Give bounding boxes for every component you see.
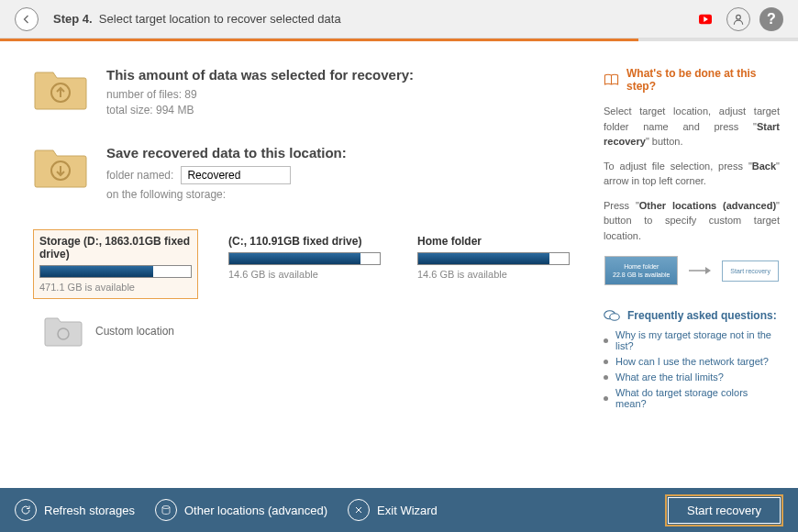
page-title: Step 4. Select target location to recove… [53, 12, 341, 26]
help-button[interactable]: ? [759, 7, 783, 31]
custom-location-label: Custom location [95, 325, 174, 338]
folder-name-input[interactable] [181, 166, 291, 184]
hint-illustration: Home folder22.8 GB is available Start re… [604, 256, 780, 285]
svg-point-1 [737, 15, 741, 19]
arrow-right-icon [689, 266, 711, 275]
side-p2: To adjust file selection, press "Back" a… [604, 159, 780, 189]
faq-link-3[interactable]: What do target storage colors mean? [615, 387, 780, 409]
storage-available: 14.6 GB is available [228, 269, 381, 280]
total-size: total size: 994 MB [106, 104, 414, 116]
side-p3: Press "Other locations (advanced)" butto… [604, 198, 780, 244]
storage-bar [228, 252, 381, 265]
start-recovery-button[interactable]: Start recovery [665, 494, 783, 526]
chat-icon [604, 309, 620, 322]
custom-location-button[interactable]: Custom location [44, 316, 576, 347]
storage-icon [161, 504, 172, 515]
refresh-icon [20, 504, 31, 515]
storage-label: Home folder [417, 235, 570, 248]
folder-grey-icon [44, 316, 83, 347]
svg-point-8 [610, 314, 620, 321]
faq-heading: Frequently asked questions: [604, 309, 780, 322]
arrow-left-icon [21, 14, 32, 25]
files-count: number of files: 89 [106, 88, 414, 101]
close-icon [353, 504, 364, 515]
side-p1: Select target location, adjust target fo… [604, 104, 780, 150]
storage-bar [417, 252, 570, 265]
account-button[interactable] [726, 7, 750, 31]
storage-option-2[interactable]: Home folder14.6 GB is available [411, 229, 576, 299]
user-icon [732, 13, 745, 26]
storage-available: 471.1 GB is available [39, 282, 192, 293]
summary-heading: This amount of data was selected for rec… [106, 67, 414, 83]
folder-down-icon [33, 145, 88, 189]
storage-line: on the following storage: [106, 188, 347, 201]
save-heading: Save recovered data to this location: [106, 145, 347, 161]
svg-point-9 [162, 506, 170, 509]
faq-link-2[interactable]: What are the trial limits? [615, 371, 724, 382]
back-button[interactable] [15, 7, 39, 31]
faq-link-1[interactable]: How can I use the network target? [615, 356, 769, 367]
youtube-button[interactable] [693, 7, 717, 31]
other-locations-button[interactable]: Other locations (advanced) [155, 499, 327, 521]
faq-link-0[interactable]: Why is my target storage not in the list… [615, 329, 780, 351]
storage-option-1[interactable]: (C:, 110.91GB fixed drive)14.6 GB is ava… [222, 229, 387, 299]
storage-label: (C:, 110.91GB fixed drive) [228, 235, 381, 248]
folder-up-icon [33, 67, 88, 111]
storage-option-0[interactable]: Storage (D:, 1863.01GB fixed drive)471.1… [33, 229, 198, 299]
faq-item: Why is my target storage not in the list… [604, 329, 780, 351]
exit-wizard-button[interactable]: Exit Wizard [348, 499, 438, 521]
faq-item: How can I use the network target? [604, 356, 780, 367]
refresh-storages-button[interactable]: Refresh storages [15, 499, 135, 521]
side-heading: What's to be done at this step? [604, 67, 780, 93]
faq-item: What are the trial limits? [604, 371, 780, 382]
book-icon [604, 73, 619, 86]
storage-bar [39, 265, 192, 278]
storage-label: Storage (D:, 1863.01GB fixed drive) [39, 235, 192, 260]
storage-available: 14.6 GB is available [417, 269, 570, 280]
folder-name-label: folder named: [106, 169, 173, 182]
faq-item: What do target storage colors mean? [604, 387, 780, 409]
youtube-icon [699, 13, 712, 26]
